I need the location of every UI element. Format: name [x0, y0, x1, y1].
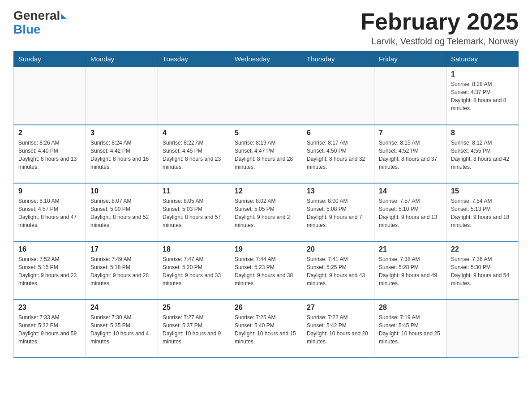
- day-info: Sunrise: 7:22 AMSunset: 5:42 PMDaylight:…: [307, 313, 369, 346]
- calendar-week-2: 2Sunrise: 8:26 AMSunset: 4:40 PMDaylight…: [14, 125, 519, 183]
- day-info-line: Sunset: 4:57 PM: [18, 206, 58, 212]
- day-info-line: Sunrise: 8:12 AM: [451, 140, 492, 146]
- day-number: 28: [379, 304, 442, 312]
- day-number: 27: [307, 304, 369, 312]
- calendar-week-3: 9Sunrise: 8:10 AMSunset: 4:57 PMDaylight…: [14, 183, 519, 241]
- day-number: 25: [163, 304, 225, 312]
- day-info: Sunrise: 7:36 AMSunset: 5:30 PMDaylight:…: [451, 255, 514, 287]
- calendar-cell: 19Sunrise: 7:44 AMSunset: 5:23 PMDayligh…: [230, 241, 302, 300]
- calendar-cell: 28Sunrise: 7:19 AMSunset: 5:45 PMDayligh…: [374, 300, 446, 358]
- month-title: February 2025: [360, 9, 519, 34]
- day-number: 3: [90, 129, 153, 137]
- day-info-line: Daylight: 8 hours and 23 minutes.: [163, 156, 221, 170]
- calendar-cell: 7Sunrise: 8:15 AMSunset: 4:52 PMDaylight…: [374, 125, 446, 183]
- day-info-line: Daylight: 8 hours and 13 minutes.: [18, 156, 77, 170]
- day-info-line: Daylight: 10 hours and 4 minutes.: [90, 330, 149, 345]
- day-info-line: Sunrise: 7:36 AM: [451, 256, 492, 262]
- day-info-line: Daylight: 9 hours and 23 minutes.: [18, 272, 77, 287]
- day-info-line: Sunrise: 8:17 AM: [307, 140, 348, 146]
- day-info: Sunrise: 7:41 AMSunset: 5:25 PMDaylight:…: [307, 255, 369, 287]
- day-info-line: Sunrise: 7:25 AM: [235, 314, 275, 321]
- day-info-line: Sunrise: 8:15 AM: [379, 140, 420, 146]
- day-number: 10: [90, 187, 153, 195]
- header-friday: Friday: [374, 51, 446, 67]
- day-info: Sunrise: 7:49 AMSunset: 5:18 PMDaylight:…: [90, 255, 153, 287]
- calendar-cell: 4Sunrise: 8:22 AMSunset: 4:45 PMDaylight…: [158, 125, 230, 183]
- calendar-cell: 14Sunrise: 7:57 AMSunset: 5:10 PMDayligh…: [374, 183, 446, 241]
- day-info-line: Sunset: 5:15 PM: [18, 264, 58, 270]
- day-number: 11: [163, 187, 225, 195]
- day-info-line: Daylight: 8 hours and 18 minutes.: [90, 156, 149, 170]
- calendar-cell: 11Sunrise: 8:05 AMSunset: 5:03 PMDayligh…: [158, 183, 230, 241]
- day-info-line: Sunset: 4:37 PM: [451, 89, 491, 95]
- day-info: Sunrise: 8:17 AMSunset: 4:50 PMDaylight:…: [307, 139, 369, 171]
- day-info-line: Sunrise: 7:47 AM: [163, 256, 203, 262]
- day-number: 9: [18, 187, 81, 195]
- day-info-line: Sunrise: 7:27 AM: [163, 314, 203, 321]
- day-info-line: Sunrise: 7:41 AM: [307, 256, 348, 262]
- day-info-line: Sunrise: 7:19 AM: [379, 314, 420, 321]
- day-info-line: Sunset: 5:32 PM: [18, 322, 58, 329]
- day-info-line: Sunset: 5:28 PM: [379, 264, 419, 270]
- day-info-line: Daylight: 9 hours and 59 minutes.: [18, 330, 77, 345]
- day-info: Sunrise: 8:15 AMSunset: 4:52 PMDaylight:…: [379, 139, 442, 171]
- day-info: Sunrise: 8:19 AMSunset: 4:47 PMDaylight:…: [235, 139, 297, 171]
- day-info-line: Sunrise: 7:57 AM: [379, 198, 420, 204]
- calendar-cell: 1Sunrise: 8:28 AMSunset: 4:37 PMDaylight…: [446, 67, 519, 125]
- day-info-line: Sunset: 5:20 PM: [163, 264, 202, 270]
- day-info: Sunrise: 7:52 AMSunset: 5:15 PMDaylight:…: [18, 255, 81, 287]
- day-info-line: Sunset: 5:08 PM: [307, 206, 347, 212]
- calendar-cell: 9Sunrise: 8:10 AMSunset: 4:57 PMDaylight…: [14, 183, 86, 241]
- day-info-line: Daylight: 8 hours and 52 minutes.: [90, 214, 149, 228]
- calendar-week-1: 1Sunrise: 8:28 AMSunset: 4:37 PMDaylight…: [14, 67, 519, 125]
- day-info: Sunrise: 7:57 AMSunset: 5:10 PMDaylight:…: [379, 197, 442, 229]
- day-info-line: Daylight: 9 hours and 49 minutes.: [379, 272, 437, 287]
- title-section: February 2025 Larvik, Vestfold og Telema…: [360, 9, 519, 47]
- calendar-cell: 22Sunrise: 7:36 AMSunset: 5:30 PMDayligh…: [446, 241, 519, 300]
- day-info-line: Sunrise: 7:22 AM: [307, 314, 348, 321]
- day-info-line: Daylight: 10 hours and 15 minutes.: [235, 330, 296, 345]
- calendar-cell: 5Sunrise: 8:19 AMSunset: 4:47 PMDaylight…: [230, 125, 302, 183]
- day-info-line: Sunrise: 8:22 AM: [163, 140, 203, 146]
- calendar-cell: 18Sunrise: 7:47 AMSunset: 5:20 PMDayligh…: [158, 241, 230, 300]
- calendar-cell: 16Sunrise: 7:52 AMSunset: 5:15 PMDayligh…: [14, 241, 86, 300]
- day-info: Sunrise: 8:02 AMSunset: 5:05 PMDaylight:…: [235, 197, 297, 229]
- day-number: 22: [451, 245, 514, 253]
- day-info: Sunrise: 8:28 AMSunset: 4:37 PMDaylight:…: [451, 80, 514, 112]
- day-info-line: Sunrise: 8:10 AM: [18, 198, 59, 204]
- calendar-cell: 27Sunrise: 7:22 AMSunset: 5:42 PMDayligh…: [302, 300, 374, 358]
- day-info: Sunrise: 8:12 AMSunset: 4:55 PMDaylight:…: [451, 139, 514, 171]
- day-info-line: Daylight: 9 hours and 54 minutes.: [451, 272, 509, 287]
- day-info-line: Sunset: 4:55 PM: [451, 148, 491, 154]
- header-tuesday: Tuesday: [158, 51, 230, 67]
- calendar-cell: 26Sunrise: 7:25 AMSunset: 5:40 PMDayligh…: [230, 300, 302, 358]
- day-info: Sunrise: 7:33 AMSunset: 5:32 PMDaylight:…: [18, 313, 81, 346]
- day-info-line: Daylight: 9 hours and 2 minutes.: [235, 214, 290, 228]
- day-number: 4: [163, 129, 225, 137]
- calendar-cell: [302, 67, 374, 125]
- day-info-line: Sunset: 4:50 PM: [307, 148, 347, 154]
- logo-arrow-icon: [61, 14, 67, 19]
- day-number: 21: [379, 245, 442, 253]
- day-number: 20: [307, 245, 369, 253]
- calendar-cell: 12Sunrise: 8:02 AMSunset: 5:05 PMDayligh…: [230, 183, 302, 241]
- day-info-line: Sunset: 4:52 PM: [379, 148, 419, 154]
- day-info: Sunrise: 8:26 AMSunset: 4:40 PMDaylight:…: [18, 139, 81, 171]
- day-info: Sunrise: 7:19 AMSunset: 5:45 PMDaylight:…: [379, 313, 442, 346]
- day-info-line: Sunrise: 7:52 AM: [18, 256, 59, 262]
- day-info-line: Sunset: 4:45 PM: [163, 148, 202, 154]
- location-subtitle: Larvik, Vestfold og Telemark, Norway: [360, 36, 519, 47]
- day-info-line: Daylight: 9 hours and 43 minutes.: [307, 272, 365, 287]
- day-number: 7: [379, 129, 442, 137]
- day-info: Sunrise: 8:07 AMSunset: 5:00 PMDaylight:…: [90, 197, 153, 229]
- day-info-line: Sunset: 5:35 PM: [90, 322, 130, 329]
- day-info-line: Sunrise: 8:05 AM: [163, 198, 203, 204]
- calendar-cell: 21Sunrise: 7:38 AMSunset: 5:28 PMDayligh…: [374, 241, 446, 300]
- calendar-cell: 2Sunrise: 8:26 AMSunset: 4:40 PMDaylight…: [14, 125, 86, 183]
- day-info-line: Sunset: 5:05 PM: [235, 206, 275, 212]
- day-info-line: Sunset: 5:25 PM: [307, 264, 347, 270]
- day-info-line: Sunrise: 8:24 AM: [90, 140, 131, 146]
- page-header: General Blue February 2025 Larvik, Vestf…: [13, 9, 519, 47]
- day-info-line: Sunset: 5:45 PM: [379, 322, 419, 329]
- day-number: 5: [235, 129, 297, 137]
